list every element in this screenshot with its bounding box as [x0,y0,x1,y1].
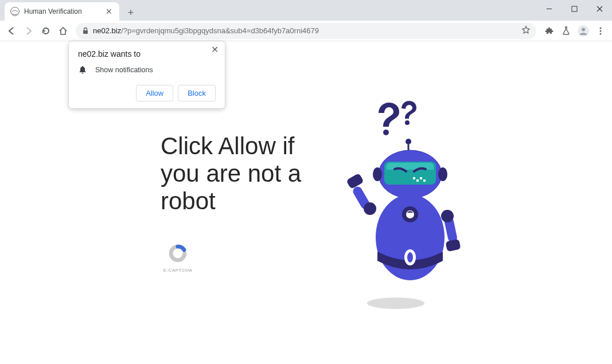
svg-point-26 [407,252,413,263]
tab-title: Human Verification [24,7,104,15]
lock-icon [81,27,89,35]
permission-label: Show notifications [95,66,153,74]
svg-rect-28 [346,173,364,189]
captcha-badge: E-CAPTCHA [161,244,195,273]
svg-rect-1 [572,6,577,11]
page-content: ✕ ne02.biz wants to Show notifications A… [0,41,612,364]
maximize-icon [571,6,578,12]
menu-button[interactable] [592,23,609,39]
popup-title: ne02.biz wants to [78,49,216,58]
svg-point-6 [582,28,585,31]
svg-point-7 [600,27,602,29]
back-button[interactable] [3,23,20,39]
browser-toolbar: ne02.biz/?p=gvrdenjqmu5gi3bpgqydsna&sub4… [0,21,612,41]
reload-icon [41,26,51,36]
kebab-icon [596,26,605,36]
bookmark-button[interactable] [521,25,531,36]
bell-icon [78,65,87,75]
new-tab-button[interactable]: + [123,5,139,21]
globe-icon [10,7,20,16]
robot-icon [321,97,470,309]
arrow-left-icon [6,26,17,36]
labs-button[interactable] [558,23,574,39]
block-button[interactable]: Block [178,85,216,101]
captcha-swirl-icon [168,244,188,263]
svg-point-11 [405,120,410,125]
robot-shadow [367,298,424,309]
minimize-icon [546,6,552,12]
popup-close-button[interactable]: ✕ [209,44,220,55]
window-close-button[interactable] [587,0,612,17]
text-column: Click Allow if you are not a robot E-CAP… [161,132,310,273]
svg-point-8 [600,30,602,32]
notification-permission-popup: ✕ ne02.biz wants to Show notifications A… [69,41,225,108]
svg-rect-16 [413,177,415,179]
url-path: /?p=gvrdenjqmu5gi3bpgqydsna&sub4=d3b64fy… [121,26,319,35]
svg-point-9 [600,33,602,34]
flask-icon [561,26,571,36]
permission-row: Show notifications [78,65,216,75]
svg-point-10 [383,130,389,135]
avatar-icon [577,25,590,37]
arrow-right-icon [24,26,34,36]
tab-close-button[interactable]: ✕ [104,7,114,16]
svg-point-29 [364,202,376,215]
address-bar[interactable]: ne02.biz/?p=gvrdenjqmu5gi3bpgqydsna&sub4… [76,23,536,39]
svg-rect-31 [445,238,461,252]
extensions-button[interactable] [541,23,557,39]
profile-button[interactable] [575,23,591,39]
svg-point-20 [373,167,382,181]
home-button[interactable] [55,23,71,39]
page-headline: Click Allow if you are not a robot [161,132,310,216]
svg-rect-19 [423,179,426,182]
browser-tab[interactable]: Human Verification ✕ [5,2,119,21]
home-icon [58,26,68,36]
svg-rect-4 [83,30,88,34]
forward-button[interactable] [21,23,37,39]
minimize-button[interactable] [536,0,562,17]
star-icon [521,25,531,34]
allow-button[interactable]: Allow [136,85,173,101]
close-icon [597,6,603,12]
robot-illustration [321,97,470,309]
svg-point-21 [438,167,447,181]
svg-point-32 [441,210,454,222]
captcha-label: E-CAPTCHA [161,268,195,273]
url-domain: ne02.biz [93,26,121,35]
svg-rect-18 [420,177,422,179]
tab-strip: Human Verification ✕ + [0,0,612,21]
puzzle-icon [544,26,554,36]
maximize-button[interactable] [562,0,587,17]
svg-point-12 [406,139,411,144]
popup-actions: Allow Block [78,85,216,101]
window-controls [536,0,612,17]
reload-button[interactable] [38,23,54,39]
svg-rect-17 [416,179,419,182]
